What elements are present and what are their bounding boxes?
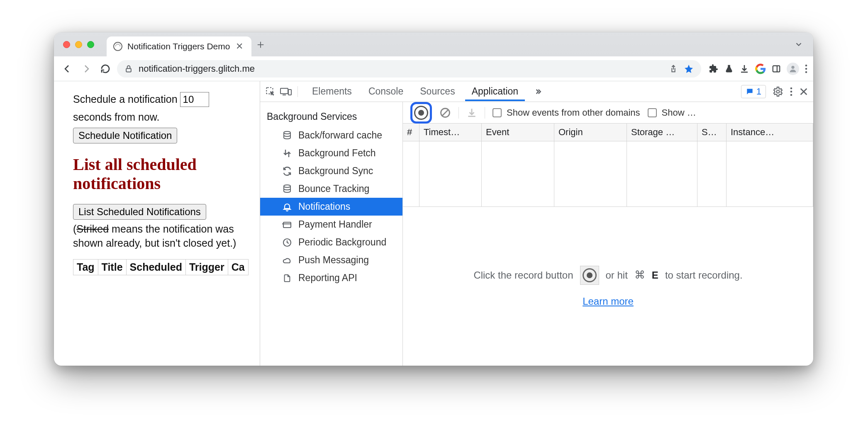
window-maximize-button[interactable] (87, 41, 94, 48)
sidebar-item-bounce-tracking[interactable]: Bounce Tracking (260, 180, 402, 198)
show-more-checkbox[interactable]: Show … (648, 107, 696, 118)
clock-icon (282, 238, 293, 248)
side-panel-icon[interactable] (772, 64, 781, 73)
list-notifications-button[interactable]: List Scheduled Notifications (73, 204, 206, 220)
svg-point-14 (790, 94, 792, 96)
col-storage[interactable]: Storage … (627, 124, 697, 141)
page-table-col: Title (98, 260, 126, 275)
note-text: (Striked means the notification was show… (73, 222, 256, 250)
schedule-label-pre: Schedule a notification (73, 92, 178, 107)
page-table-col: Scheduled (126, 260, 185, 275)
profile-avatar[interactable] (787, 63, 799, 75)
svg-point-12 (790, 87, 792, 89)
browser-tab[interactable]: Notification Triggers Demo ✕ (107, 36, 251, 56)
sidebar-item-periodic-background[interactable]: Periodic Background (260, 233, 402, 251)
devtools-tab-console[interactable]: Console (362, 82, 410, 101)
settings-icon[interactable] (773, 86, 783, 97)
issues-chip[interactable]: 1 (741, 85, 766, 98)
svg-line-23 (442, 110, 448, 116)
col-num[interactable]: # (403, 124, 419, 141)
db-icon (282, 184, 293, 194)
save-icon[interactable] (466, 107, 477, 118)
labs-icon[interactable] (724, 64, 734, 74)
svg-point-3 (791, 66, 794, 68)
window-close-button[interactable] (63, 41, 70, 48)
sync-icon (282, 166, 293, 176)
devtools-menu-icon[interactable] (790, 87, 792, 97)
more-tabs-icon[interactable] (528, 85, 547, 98)
svg-rect-1 (773, 66, 780, 72)
sidebar-item-notifications[interactable]: Notifications (260, 198, 402, 216)
schedule-notification-button[interactable]: Schedule Notification (73, 128, 177, 143)
sidebar-item-push-messaging[interactable]: Push Messaging (260, 251, 402, 269)
devtools-close-icon[interactable] (799, 87, 808, 96)
sidebar-item-background-fetch[interactable]: Background Fetch (260, 144, 402, 162)
col-event[interactable]: Event (482, 124, 554, 141)
page-heading: List all scheduled notifications (73, 155, 256, 193)
toolbar-right (705, 63, 807, 75)
address-bar: notification-triggers.glitch.me (54, 56, 813, 81)
globe-icon (113, 42, 122, 51)
show-other-domains-checkbox[interactable]: Show events from other domains (493, 107, 640, 118)
notifications-toolbar: Show events from other domains Show … (403, 102, 813, 124)
sidebar-item-payment-handler[interactable]: Payment Handler (260, 216, 402, 233)
col-timestamp[interactable]: Timest… (419, 124, 482, 141)
window-minimize-button[interactable] (75, 41, 82, 48)
events-table: # Timest… Event Origin Storage … S… Inst… (403, 124, 813, 206)
cloud-icon (282, 255, 293, 265)
svg-point-4 (805, 64, 807, 66)
sidebar-item-back-forward-cache[interactable]: Back/forward cache (260, 126, 402, 144)
window-controls (63, 41, 94, 48)
recording-helper: Click the record button or hit ⌘ E to st… (403, 206, 813, 366)
schedule-label-post: seconds from now. (73, 110, 159, 124)
svg-point-17 (284, 131, 290, 134)
page-content: Schedule a notification seconds from now… (54, 81, 260, 366)
fetch-icon (282, 148, 293, 158)
tab-list-button[interactable] (794, 40, 803, 49)
nav-back-button[interactable] (60, 61, 75, 76)
card-icon (282, 220, 293, 230)
browser-window: Notification Triggers Demo ✕ ＋ notificat… (54, 32, 813, 366)
reload-button[interactable] (98, 61, 113, 76)
bookmark-star-icon[interactable] (684, 64, 694, 74)
record-button[interactable] (414, 106, 428, 120)
devtools-tab-bar: ElementsConsoleSourcesApplication 1 (260, 81, 813, 102)
device-toggle-icon[interactable] (280, 87, 292, 96)
col-sw[interactable]: S… (697, 124, 727, 141)
clear-icon[interactable] (439, 107, 451, 119)
share-icon[interactable] (669, 64, 678, 73)
svg-point-13 (790, 90, 792, 92)
learn-more-link[interactable]: Learn more (583, 296, 634, 307)
menu-icon[interactable] (805, 64, 807, 74)
url-host: notification-triggers.glitch.me (139, 63, 255, 74)
extensions-icon[interactable] (709, 64, 719, 74)
svg-rect-19 (283, 222, 291, 228)
page-table-col: Tag (73, 260, 98, 275)
schedule-delay-input[interactable] (180, 92, 209, 107)
svg-point-6 (805, 71, 807, 73)
devtools-tab-elements[interactable]: Elements (305, 82, 358, 101)
page-table-col: Trigger (185, 260, 228, 275)
svg-rect-0 (126, 68, 131, 72)
col-origin[interactable]: Origin (554, 124, 627, 141)
inspect-icon[interactable] (265, 86, 276, 97)
col-instance[interactable]: Instance… (727, 124, 813, 141)
doc-icon (282, 273, 293, 283)
devtools-panel: ElementsConsoleSourcesApplication 1 (260, 81, 813, 366)
helper-record-icon (580, 266, 599, 285)
notifications-table: TagTitleScheduledTriggerCa (73, 259, 249, 275)
sidebar-item-reporting-api[interactable]: Reporting API (260, 269, 402, 287)
svg-rect-10 (288, 90, 291, 95)
page-table-col: Ca (228, 260, 248, 275)
downloads-icon[interactable] (739, 64, 749, 74)
url-field[interactable]: notification-triggers.glitch.me (117, 60, 701, 78)
events-table-body (403, 141, 813, 206)
devtools-tab-application[interactable]: Application (465, 82, 525, 101)
bell-icon (282, 202, 293, 212)
sidebar-item-background-sync[interactable]: Background Sync (260, 162, 402, 180)
devtools-tab-sources[interactable]: Sources (413, 82, 461, 101)
google-icon[interactable] (755, 63, 766, 74)
nav-forward-button[interactable] (79, 61, 94, 76)
new-tab-button[interactable]: ＋ (251, 36, 270, 52)
close-tab-icon[interactable]: ✕ (235, 41, 244, 52)
